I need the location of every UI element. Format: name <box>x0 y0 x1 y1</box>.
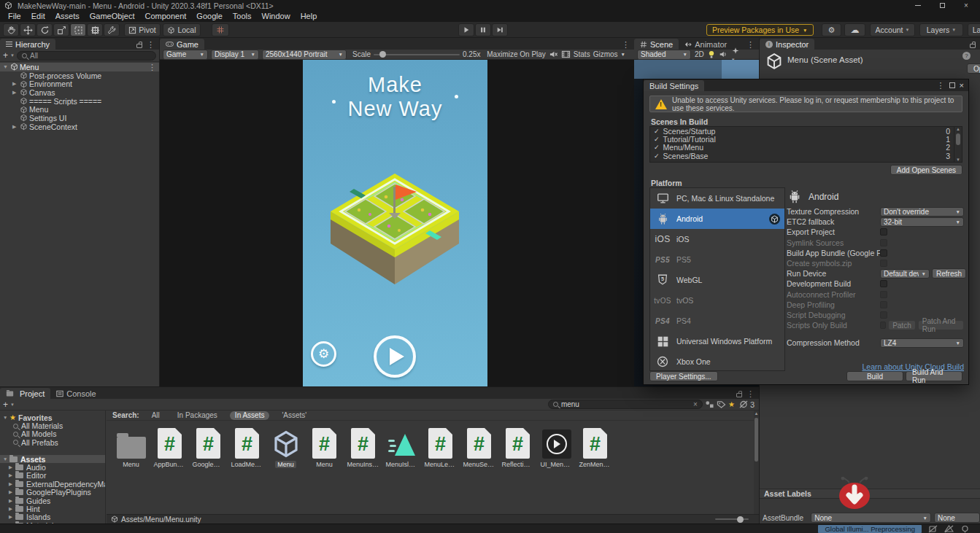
transform-tool[interactable] <box>87 23 103 36</box>
asset-menu-scene[interactable]: Menu <box>267 425 304 468</box>
patch-button[interactable]: Patch <box>888 320 916 330</box>
hierarchy-item-scenecontext[interactable]: ▶ SceneContext <box>0 122 159 131</box>
scene-checkbox[interactable]: ✓ <box>654 152 660 160</box>
hidden-packages-count[interactable]: 3 <box>739 400 755 409</box>
panel-menu-icon[interactable]: ⋮ <box>622 41 630 48</box>
search-filter-assets[interactable]: 'Assets' <box>277 411 312 420</box>
option-checkbox[interactable] <box>880 301 887 308</box>
layout-dropdown[interactable]: Layout▼ <box>968 23 980 36</box>
platform-ps5[interactable]: PS5PS5 <box>650 249 784 270</box>
build-settings-titlebar[interactable]: Build Settings ⋮ × <box>644 79 968 91</box>
scene-checkbox[interactable]: ✓ <box>654 144 660 151</box>
game-play-button[interactable] <box>374 335 416 378</box>
expand-arrow-icon[interactable]: ▶ <box>9 464 15 470</box>
assetbundle-variant-dropdown[interactable]: None <box>934 513 980 523</box>
patch-and-run-button[interactable]: Patch And Run <box>918 320 964 330</box>
lock-icon[interactable] <box>970 44 976 48</box>
clear-search-icon[interactable]: × <box>693 400 698 408</box>
scene-list-scrollbar[interactable]: ▲▼ <box>954 127 962 162</box>
rect-tool[interactable] <box>70 23 86 36</box>
hierarchy-item-settings-ui[interactable]: Settings UI <box>0 114 159 122</box>
option-checkbox[interactable] <box>880 228 887 236</box>
game-mode-dropdown[interactable]: Game▼ <box>163 50 208 60</box>
layers-dropdown[interactable]: Layers▼ <box>919 23 963 36</box>
favorites-root[interactable]: ▼★Favorites <box>0 413 105 421</box>
scene-in-build-tutorial-tutorial[interactable]: ✓ Tutorial/Tutorial 1 <box>650 135 962 143</box>
platform-universal-windows-platform[interactable]: Universal Windows Platform <box>650 331 784 351</box>
option-checkbox[interactable] <box>880 239 887 246</box>
expand-arrow-icon[interactable]: ▼ <box>3 64 10 69</box>
platform-tvos[interactable]: tvOStvOS <box>650 290 784 311</box>
lock-icon[interactable] <box>736 393 742 397</box>
asset-reflection-script[interactable]: #Reflection... <box>499 425 536 468</box>
tab-scene[interactable]: Scene <box>634 39 679 50</box>
2d-toggle[interactable]: 2D <box>695 50 704 58</box>
tab-project[interactable]: Project <box>0 388 50 399</box>
grid-snapping-toggle[interactable] <box>212 23 229 36</box>
run-device-dropdown[interactable]: Default device▼ <box>880 269 930 279</box>
network-status-icon[interactable] <box>944 525 954 533</box>
platform-webgl[interactable]: 5WebGL <box>650 270 784 290</box>
maximize-on-play-button[interactable]: Maximize On Play <box>487 50 546 58</box>
step-button[interactable] <box>492 23 508 36</box>
vsync-icon[interactable] <box>561 50 571 58</box>
folder-externaldependencymana[interactable]: ▶ExternalDependencyMana <box>0 480 105 488</box>
tab-game[interactable]: Game <box>160 39 204 50</box>
minimize-button[interactable] <box>908 1 927 10</box>
folder-guides[interactable]: ▶Guides <box>0 497 105 505</box>
panel-menu-icon[interactable]: ⋮ <box>746 41 755 48</box>
option-dropdown[interactable]: 32-bit▼ <box>880 217 964 227</box>
favorite-all-materials[interactable]: All Materials <box>0 421 105 429</box>
help-icon[interactable]: ? <box>962 52 971 60</box>
menu-component[interactable]: Component <box>139 11 191 22</box>
folder-hint[interactable]: ▶Hint <box>0 505 105 513</box>
tab-hierarchy[interactable]: Hierarchy <box>0 39 55 50</box>
folder-islands[interactable]: ▶Islands <box>0 513 105 521</box>
asset-loadmenu-script[interactable]: #LoadMenu... <box>228 425 266 468</box>
create-button[interactable]: + <box>3 50 8 61</box>
hierarchy-item-post-process-volume[interactable]: Post-process Volume <box>0 71 159 80</box>
asset-ui-menupl-image[interactable]: UI_MenuPl... <box>538 425 575 468</box>
search-by-label-icon[interactable] <box>717 400 726 408</box>
rotate-tool[interactable] <box>36 23 53 36</box>
project-search-input[interactable]: menu × <box>548 400 703 409</box>
menu-assets[interactable]: Assets <box>50 11 85 22</box>
asset-menuisland-island[interactable]: MenuIsland <box>383 425 420 468</box>
menu-help[interactable]: Help <box>296 11 323 22</box>
panel-menu-icon[interactable]: ⋮ <box>147 41 155 48</box>
create-dropdown-icon[interactable]: ▼ <box>10 402 15 407</box>
stats-button[interactable]: Stats <box>574 50 590 58</box>
open-button[interactable]: Open <box>967 63 980 74</box>
search-filter-in-packages[interactable]: In Packages <box>172 411 223 420</box>
custom-tools[interactable] <box>104 23 120 36</box>
option-dropdown[interactable]: Don't override▼ <box>880 207 964 217</box>
platform-xbox-one[interactable]: Xbox One <box>650 351 784 371</box>
hierarchy-item-menu[interactable]: Menu <box>0 105 159 114</box>
play-button[interactable] <box>458 23 474 36</box>
project-tree-scrollbar[interactable]: ▲▼ <box>754 411 759 524</box>
save-search-icon[interactable]: ★ <box>728 400 735 408</box>
editor-settings-button[interactable]: ⚙ <box>822 23 841 36</box>
folder-audio[interactable]: ▶Audio <box>0 463 105 471</box>
create-dropdown-icon[interactable]: ▼ <box>10 53 15 58</box>
menu-tools[interactable]: Tools <box>228 11 257 22</box>
option-dropdown[interactable]: LZ4▼ <box>880 338 964 348</box>
create-button[interactable]: + <box>3 400 8 410</box>
platform-ps4[interactable]: PS4PS4 <box>650 311 784 331</box>
option-checkbox[interactable] <box>880 249 887 257</box>
platform-android[interactable]: Android <box>650 209 784 229</box>
favorite-all-models[interactable]: All Models <box>0 430 105 438</box>
account-dropdown[interactable]: Account▼ <box>870 23 915 36</box>
scale-slider[interactable] <box>374 54 460 55</box>
expand-arrow-icon[interactable]: ▶ <box>12 124 20 130</box>
lighting-toggle-icon[interactable] <box>708 50 715 59</box>
option-checkbox[interactable] <box>880 291 887 298</box>
pivot-toggle[interactable]: Pivot <box>124 23 161 36</box>
favorite-all-prefabs[interactable]: All Prefabs <box>0 438 105 446</box>
folder-editor[interactable]: ▶Editor <box>0 472 105 480</box>
maximize-icon[interactable] <box>949 82 955 88</box>
hierarchy-search-input[interactable]: All <box>17 51 156 61</box>
assetbundle-dropdown[interactable]: None▼ <box>811 513 931 523</box>
scene-in-build-menu-menu[interactable]: ✓ Menu/Menu 2 <box>650 144 962 152</box>
search-by-type-icon[interactable] <box>705 400 714 408</box>
